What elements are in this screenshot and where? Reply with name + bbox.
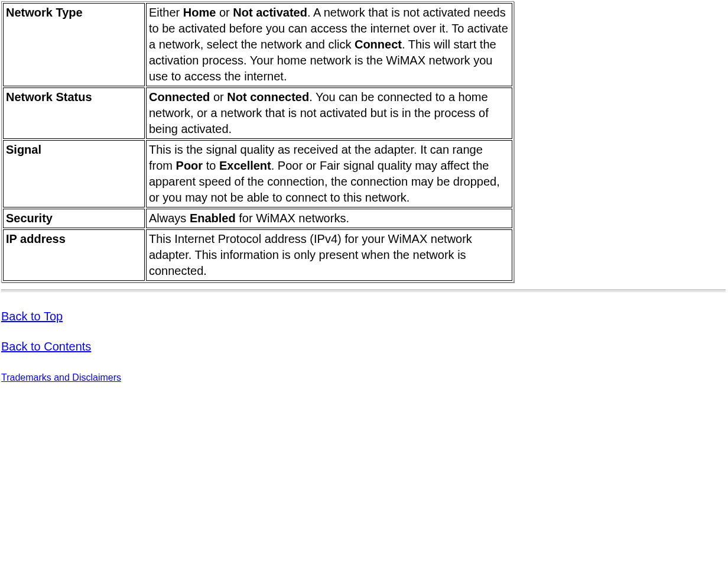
row-description: Connected or Not connected. You can be c…	[146, 87, 512, 139]
table-row: Network StatusConnected or Not connected…	[3, 87, 512, 139]
row-label: Network Type	[3, 3, 145, 86]
row-description: Always Enabled for WiMAX networks.	[146, 209, 512, 228]
back-to-contents-link[interactable]: Back to Contents	[1, 340, 91, 353]
row-label: IP address	[3, 229, 145, 281]
trademarks-link[interactable]: Trademarks and Disclaimers	[1, 372, 121, 382]
row-label: Security	[3, 209, 145, 228]
table-row: Network TypeEither Home or Not activated…	[3, 3, 512, 86]
back-to-top-link[interactable]: Back to Top	[1, 310, 63, 323]
row-label: Signal	[3, 140, 145, 207]
table-row: IP addressThis Internet Protocol address…	[3, 229, 512, 281]
divider	[1, 290, 726, 292]
table-row: SignalThis is the signal quality as rece…	[3, 140, 512, 207]
row-label: Network Status	[3, 87, 145, 139]
row-description: This is the signal quality as received a…	[146, 140, 512, 207]
row-description: This Internet Protocol address (IPv4) fo…	[146, 229, 512, 281]
table-row: SecurityAlways Enabled for WiMAX network…	[3, 209, 512, 228]
row-description: Either Home or Not activated. A network …	[146, 3, 512, 86]
network-properties-table: Network TypeEither Home or Not activated…	[1, 1, 514, 283]
